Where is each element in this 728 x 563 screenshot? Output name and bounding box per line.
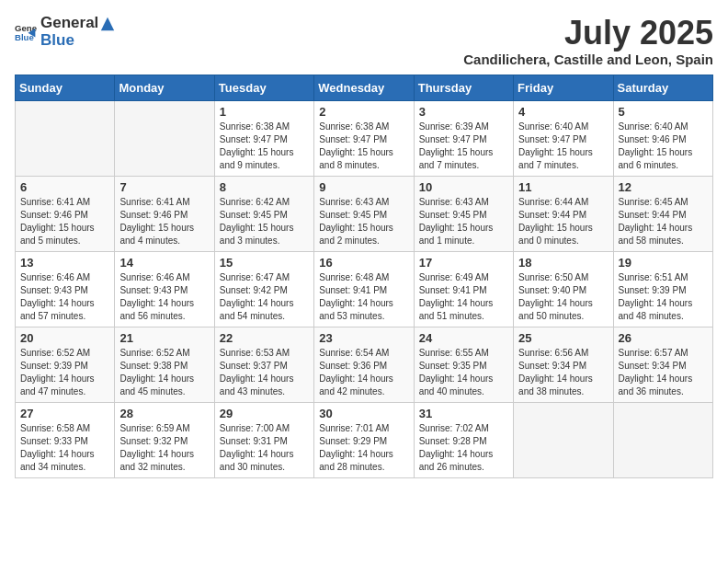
logo-blue: Blue	[40, 32, 117, 50]
logo-triangle-icon	[99, 16, 116, 32]
calendar-cell: 14Sunrise: 6:46 AMSunset: 9:43 PMDayligh…	[115, 251, 214, 327]
logo-text: General	[40, 15, 117, 32]
header: General Blue General Blue July 2025 Cand…	[15, 15, 713, 67]
calendar-week-row: 1Sunrise: 6:38 AMSunset: 9:47 PMDaylight…	[16, 100, 713, 176]
cell-content: Sunrise: 6:40 AMSunset: 9:47 PMDaylight:…	[518, 121, 608, 172]
calendar-cell: 24Sunrise: 6:55 AMSunset: 9:35 PMDayligh…	[414, 327, 513, 402]
calendar-cell: 26Sunrise: 6:57 AMSunset: 9:34 PMDayligh…	[613, 327, 712, 402]
weekday-header: Thursday	[414, 75, 513, 100]
day-number: 28	[119, 407, 209, 420]
cell-content: Sunrise: 6:51 AMSunset: 9:39 PMDaylight:…	[619, 271, 708, 323]
day-number: 1	[220, 105, 309, 119]
cell-content: Sunrise: 7:01 AMSunset: 9:29 PMDaylight:…	[319, 422, 408, 474]
calendar-cell: 17Sunrise: 6:49 AMSunset: 9:41 PMDayligh…	[414, 251, 513, 327]
calendar-cell: 27Sunrise: 6:58 AMSunset: 9:33 PMDayligh…	[16, 402, 115, 477]
day-number: 29	[220, 407, 309, 420]
calendar-cell: 20Sunrise: 6:52 AMSunset: 9:39 PMDayligh…	[16, 327, 115, 402]
calendar-cell: 16Sunrise: 6:48 AMSunset: 9:41 PMDayligh…	[314, 251, 414, 327]
calendar-cell: 28Sunrise: 6:59 AMSunset: 9:32 PMDayligh…	[115, 402, 214, 477]
cell-content: Sunrise: 6:56 AMSunset: 9:34 PMDaylight:…	[518, 347, 608, 398]
cell-content: Sunrise: 6:54 AMSunset: 9:36 PMDaylight:…	[319, 347, 408, 398]
calendar-cell: 8Sunrise: 6:42 AMSunset: 9:45 PMDaylight…	[214, 176, 313, 251]
day-number: 22	[220, 331, 309, 345]
cell-content: Sunrise: 7:00 AMSunset: 9:31 PMDaylight:…	[220, 422, 309, 474]
cell-content: Sunrise: 6:58 AMSunset: 9:33 PMDaylight:…	[20, 422, 109, 474]
calendar-cell: 19Sunrise: 6:51 AMSunset: 9:39 PMDayligh…	[613, 251, 712, 327]
day-number: 8	[220, 180, 309, 194]
calendar-cell: 6Sunrise: 6:41 AMSunset: 9:46 PMDaylight…	[16, 176, 115, 251]
cell-content: Sunrise: 7:02 AMSunset: 9:28 PMDaylight:…	[419, 422, 508, 474]
day-number: 25	[518, 331, 608, 345]
calendar-cell: 2Sunrise: 6:38 AMSunset: 9:47 PMDaylight…	[314, 100, 414, 176]
day-number: 21	[119, 331, 209, 345]
day-number: 4	[518, 105, 608, 119]
day-number: 19	[619, 256, 708, 270]
day-number: 23	[319, 331, 408, 345]
weekday-header: Saturday	[613, 75, 712, 100]
calendar-cell: 7Sunrise: 6:41 AMSunset: 9:46 PMDaylight…	[115, 176, 214, 251]
cell-content: Sunrise: 6:57 AMSunset: 9:34 PMDaylight:…	[619, 347, 708, 398]
cell-content: Sunrise: 6:59 AMSunset: 9:32 PMDaylight:…	[119, 422, 209, 474]
calendar-cell	[613, 402, 712, 477]
day-number: 5	[619, 105, 708, 119]
cell-content: Sunrise: 6:48 AMSunset: 9:41 PMDaylight:…	[319, 271, 408, 323]
calendar-cell: 3Sunrise: 6:39 AMSunset: 9:47 PMDaylight…	[414, 100, 513, 176]
day-number: 17	[419, 256, 508, 270]
day-number: 11	[518, 180, 608, 194]
cell-content: Sunrise: 6:46 AMSunset: 9:43 PMDaylight:…	[119, 271, 209, 323]
day-number: 12	[619, 180, 708, 194]
calendar-cell: 15Sunrise: 6:47 AMSunset: 9:42 PMDayligh…	[214, 251, 313, 327]
cell-content: Sunrise: 6:49 AMSunset: 9:41 PMDaylight:…	[419, 271, 508, 323]
day-number: 13	[20, 256, 109, 270]
cell-content: Sunrise: 6:50 AMSunset: 9:40 PMDaylight:…	[518, 271, 608, 323]
day-number: 20	[20, 331, 109, 345]
svg-text:Blue: Blue	[15, 31, 34, 41]
day-number: 10	[419, 180, 508, 194]
day-number: 16	[319, 256, 408, 270]
day-number: 15	[220, 256, 309, 270]
cell-content: Sunrise: 6:44 AMSunset: 9:44 PMDaylight:…	[518, 196, 608, 247]
cell-content: Sunrise: 6:45 AMSunset: 9:44 PMDaylight:…	[619, 196, 708, 247]
weekday-header: Wednesday	[314, 75, 414, 100]
calendar-cell: 30Sunrise: 7:01 AMSunset: 9:29 PMDayligh…	[314, 402, 414, 477]
calendar-cell: 23Sunrise: 6:54 AMSunset: 9:36 PMDayligh…	[314, 327, 414, 402]
weekday-header: Monday	[115, 75, 214, 100]
calendar-cell: 10Sunrise: 6:43 AMSunset: 9:45 PMDayligh…	[414, 176, 513, 251]
calendar-week-row: 6Sunrise: 6:41 AMSunset: 9:46 PMDaylight…	[16, 176, 713, 251]
day-number: 6	[20, 180, 109, 194]
calendar-cell	[514, 402, 613, 477]
calendar-cell: 11Sunrise: 6:44 AMSunset: 9:44 PMDayligh…	[514, 176, 613, 251]
calendar-cell: 31Sunrise: 7:02 AMSunset: 9:28 PMDayligh…	[414, 402, 513, 477]
page-title: July 2025	[463, 15, 713, 52]
weekday-header: Tuesday	[214, 75, 313, 100]
cell-content: Sunrise: 6:42 AMSunset: 9:45 PMDaylight:…	[220, 196, 309, 247]
calendar-cell: 13Sunrise: 6:46 AMSunset: 9:43 PMDayligh…	[16, 251, 115, 327]
day-number: 26	[619, 331, 708, 345]
day-number: 9	[319, 180, 408, 194]
cell-content: Sunrise: 6:55 AMSunset: 9:35 PMDaylight:…	[419, 347, 508, 398]
logo: General Blue General Blue	[15, 15, 117, 49]
cell-content: Sunrise: 6:39 AMSunset: 9:47 PMDaylight:…	[419, 121, 508, 172]
logo-general: General	[40, 14, 98, 31]
calendar-cell: 22Sunrise: 6:53 AMSunset: 9:37 PMDayligh…	[214, 327, 313, 402]
logo-icon: General Blue	[15, 21, 37, 43]
cell-content: Sunrise: 6:43 AMSunset: 9:45 PMDaylight:…	[319, 196, 408, 247]
calendar-cell: 29Sunrise: 7:00 AMSunset: 9:31 PMDayligh…	[214, 402, 313, 477]
cell-content: Sunrise: 6:43 AMSunset: 9:45 PMDaylight:…	[419, 196, 508, 247]
day-number: 27	[20, 407, 109, 420]
calendar-cell	[16, 100, 115, 176]
calendar-cell: 4Sunrise: 6:40 AMSunset: 9:47 PMDaylight…	[514, 100, 613, 176]
calendar-table: SundayMondayTuesdayWednesdayThursdayFrid…	[15, 75, 713, 478]
calendar-cell: 12Sunrise: 6:45 AMSunset: 9:44 PMDayligh…	[613, 176, 712, 251]
cell-content: Sunrise: 6:40 AMSunset: 9:46 PMDaylight:…	[619, 121, 708, 172]
cell-content: Sunrise: 6:41 AMSunset: 9:46 PMDaylight:…	[20, 196, 109, 247]
calendar-cell: 1Sunrise: 6:38 AMSunset: 9:47 PMDaylight…	[214, 100, 313, 176]
calendar-cell: 18Sunrise: 6:50 AMSunset: 9:40 PMDayligh…	[514, 251, 613, 327]
calendar-cell: 5Sunrise: 6:40 AMSunset: 9:46 PMDaylight…	[613, 100, 712, 176]
day-number: 18	[518, 256, 608, 270]
title-area: July 2025 Candilichera, Castille and Leo…	[463, 15, 713, 67]
day-number: 24	[419, 331, 508, 345]
calendar-week-row: 20Sunrise: 6:52 AMSunset: 9:39 PMDayligh…	[16, 327, 713, 402]
calendar-cell: 9Sunrise: 6:43 AMSunset: 9:45 PMDaylight…	[314, 176, 414, 251]
weekday-header: Friday	[514, 75, 613, 100]
